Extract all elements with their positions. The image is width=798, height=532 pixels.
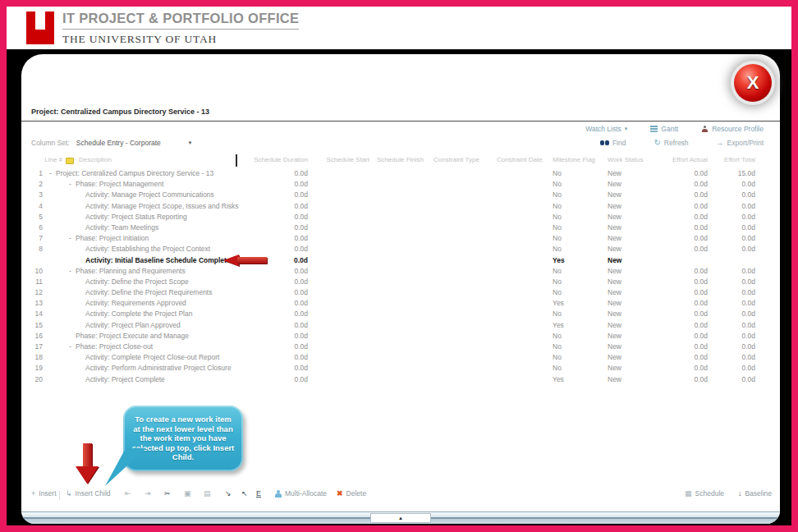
row-schedule-duration: 0.0d bbox=[227, 287, 308, 298]
outdent-button[interactable]: ⇤ bbox=[125, 489, 131, 498]
text-cursor bbox=[236, 154, 237, 167]
chevron-down-icon[interactable]: ▾ bbox=[189, 140, 192, 146]
table-row[interactable]: 13 Activity: Requirements Approved 0.0d … bbox=[21, 298, 780, 309]
table-row[interactable]: 19 Activity: Perform Administrative Proj… bbox=[21, 363, 780, 374]
column-set-value[interactable]: Schedule Entry - Corporate bbox=[76, 139, 161, 147]
copy-button[interactable]: ▣ bbox=[184, 489, 191, 498]
table-row[interactable]: 1 -Project: Centralized Campus Directory… bbox=[21, 168, 780, 179]
row-line-number: 17 bbox=[25, 342, 43, 352]
row-milestone-flag: Yes bbox=[553, 320, 590, 331]
unlink-button[interactable]: ↖ bbox=[241, 489, 248, 498]
row-collapse-toggle[interactable]: - bbox=[69, 179, 76, 190]
table-row[interactable]: 15 Activity: Project Plan Approved 0.0d … bbox=[21, 320, 780, 331]
row-collapse-toggle[interactable] bbox=[79, 222, 85, 233]
row-effort-actual: 0.0d bbox=[626, 201, 708, 212]
table-row[interactable]: 7 -Phase: Project Initiation 0.0d No New… bbox=[21, 233, 780, 244]
row-description: Activity: Requirements Approved bbox=[85, 298, 186, 309]
table-row[interactable]: 8 Activity: Establishing the Project Con… bbox=[21, 244, 780, 255]
close-icon: X bbox=[747, 74, 759, 92]
export-print-button[interactable]: → Export/Print bbox=[717, 139, 764, 147]
table-row[interactable]: 12 Activity: Define the Project Requirem… bbox=[21, 287, 780, 298]
gantt-button[interactable]: Gantt bbox=[650, 125, 678, 133]
close-button[interactable]: X bbox=[734, 64, 772, 102]
table-row[interactable]: 14 Activity: Complete the Project Plan 0… bbox=[21, 309, 780, 319]
row-description: Activity: Team Meetings bbox=[85, 222, 158, 233]
row-collapse-toggle[interactable]: - bbox=[69, 233, 76, 244]
row-milestone-flag: Yes bbox=[553, 298, 590, 309]
row-effort-total: 0.0d bbox=[711, 287, 755, 298]
row-line-number: 10 bbox=[25, 266, 43, 277]
column-header-line[interactable]: Line # bbox=[30, 156, 62, 163]
row-description: Phase: Project Management bbox=[76, 179, 163, 190]
multi-allocate-icon bbox=[274, 490, 282, 498]
row-effort-total: 0.0d bbox=[711, 201, 755, 212]
column-header-milestone-flag[interactable]: Milestone Flag bbox=[553, 156, 595, 163]
row-collapse-toggle[interactable] bbox=[79, 277, 85, 287]
row-collapse-toggle[interactable] bbox=[79, 201, 85, 212]
table-row[interactable]: 2 -Phase: Project Management 0.0d No New… bbox=[21, 179, 780, 190]
table-row[interactable]: 5 Activity: Project Status Reporting 0.0… bbox=[21, 212, 780, 222]
column-header-finish[interactable]: Schedule Finish bbox=[356, 156, 424, 163]
cut-button[interactable]: ✂ bbox=[164, 489, 171, 498]
row-collapse-toggle[interactable] bbox=[79, 309, 85, 319]
row-milestone-flag: No bbox=[553, 168, 590, 179]
watch-lists-button[interactable]: Watch Lists ▾ bbox=[585, 125, 627, 133]
refresh-button[interactable]: ↻ Refresh bbox=[654, 139, 688, 147]
column-header-duration[interactable]: Schedule Duration bbox=[227, 156, 308, 163]
find-button[interactable]: Find bbox=[600, 139, 626, 147]
horizontal-scrollbar[interactable]: ▲ bbox=[21, 511, 780, 524]
table-row[interactable]: 20 Activity: Project Complete 0.0d Yes N… bbox=[21, 374, 780, 385]
row-milestone-flag: No bbox=[553, 342, 590, 352]
insert-child-button[interactable]: ↳ Insert Child bbox=[66, 489, 111, 498]
row-collapse-toggle[interactable] bbox=[79, 363, 85, 374]
schedule-button[interactable]: ▦ Schedule bbox=[685, 489, 724, 498]
delete-button[interactable]: ✖ Delete bbox=[337, 489, 366, 498]
row-collapse-toggle[interactable] bbox=[79, 212, 85, 222]
resource-profile-button[interactable]: Resource Profile bbox=[701, 125, 764, 133]
row-collapse-toggle[interactable]: - bbox=[69, 342, 76, 352]
column-header-effort-actual[interactable]: Effort Actual bbox=[626, 156, 708, 163]
table-row[interactable]: 11 Activity: Define the Project Scope 0.… bbox=[21, 277, 780, 287]
row-line-number: 4 bbox=[25, 201, 43, 212]
multi-allocate-button[interactable]: Multi-Allocate bbox=[274, 489, 327, 498]
row-milestone-flag: No bbox=[553, 201, 590, 212]
table-row[interactable]: 6 Activity: Team Meetings 0.0d No New 0.… bbox=[21, 222, 780, 233]
row-effort-total: 0.0d bbox=[711, 222, 755, 233]
row-line-number: 13 bbox=[25, 298, 43, 309]
row-collapse-toggle[interactable] bbox=[79, 374, 85, 385]
table-row[interactable]: 17 -Phase: Project Close-out 0.0d No New… bbox=[21, 342, 780, 352]
row-collapse-toggle[interactable] bbox=[69, 331, 76, 342]
notes-button[interactable]: E bbox=[256, 489, 261, 498]
column-header-constraint-type[interactable]: Constraint Type bbox=[433, 156, 479, 163]
column-header-effort-total[interactable]: Effort Total bbox=[711, 156, 755, 163]
row-collapse-toggle[interactable] bbox=[79, 244, 85, 255]
row-line-number: 8 bbox=[25, 244, 43, 255]
table-row[interactable]: 10 -Phase: Planning and Requirements 0.0… bbox=[21, 266, 780, 277]
row-effort-total: 0.0d bbox=[711, 233, 755, 244]
row-collapse-toggle[interactable] bbox=[79, 255, 85, 266]
row-effort-actual: 0.0d bbox=[626, 374, 708, 385]
row-collapse-toggle[interactable] bbox=[79, 190, 85, 200]
baseline-button[interactable]: ↓ Baseline bbox=[738, 489, 772, 498]
row-line-number: 18 bbox=[25, 352, 43, 363]
link-button[interactable]: ↘ bbox=[225, 489, 232, 498]
row-line-number: 6 bbox=[25, 222, 43, 233]
row-collapse-toggle[interactable] bbox=[79, 298, 85, 309]
row-collapse-toggle[interactable] bbox=[79, 352, 85, 363]
paste-button[interactable]: ▤ bbox=[204, 489, 211, 498]
row-line-number: 14 bbox=[25, 309, 43, 319]
row-collapse-toggle[interactable] bbox=[79, 287, 85, 298]
scrollbar-expand-button[interactable]: ▲ bbox=[370, 513, 431, 523]
table-row[interactable]: 18 Activity: Complete Project Close-out … bbox=[21, 352, 780, 363]
row-collapse-toggle[interactable]: - bbox=[69, 266, 76, 277]
row-collapse-toggle[interactable]: - bbox=[49, 168, 56, 179]
column-header-description[interactable]: Description bbox=[79, 156, 112, 163]
indent-button[interactable]: ⇥ bbox=[144, 489, 151, 498]
table-row[interactable]: Activity: Initial Baseline Schedule Comp… bbox=[21, 255, 780, 266]
column-header-constraint-date[interactable]: Constraint Date bbox=[497, 156, 543, 163]
insert-button[interactable]: + Insert bbox=[31, 489, 57, 498]
table-row[interactable]: 16 Phase: Project Execute and Manage 0.0… bbox=[21, 331, 780, 342]
table-row[interactable]: 3 Activity: Manage Project Communication… bbox=[21, 190, 780, 200]
table-row[interactable]: 4 Activity: Manage Project Scope, Issues… bbox=[21, 201, 780, 212]
row-collapse-toggle[interactable] bbox=[79, 320, 85, 331]
